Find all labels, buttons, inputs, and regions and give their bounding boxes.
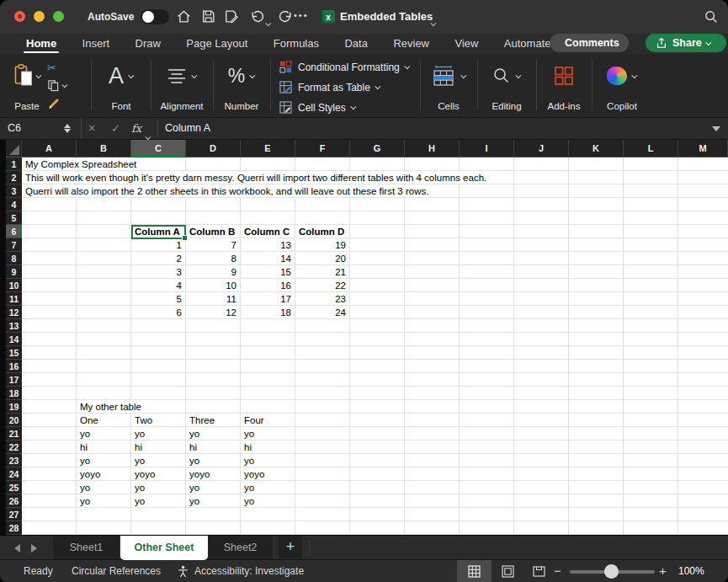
- search-icon[interactable]: [704, 9, 719, 24]
- tab-formulas[interactable]: Formulas: [274, 34, 319, 53]
- zoom-out-icon[interactable]: −: [554, 560, 561, 582]
- cell-F12[interactable]: 24: [295, 307, 346, 318]
- row-header-12[interactable]: 12: [6, 306, 22, 319]
- column-header-F[interactable]: F: [295, 140, 350, 158]
- cell-E26[interactable]: yo: [244, 495, 257, 507]
- format-as-table-button[interactable]: Format as Table: [279, 77, 417, 97]
- sheet-tab-sheet2[interactable]: Sheet2: [208, 536, 274, 560]
- cell-C23[interactable]: yo: [135, 455, 147, 467]
- row-header-4[interactable]: 4: [6, 198, 22, 211]
- font-button[interactable]: A Font: [94, 54, 148, 118]
- tab-view[interactable]: View: [454, 34, 478, 53]
- cell-E8[interactable]: 14: [241, 253, 291, 264]
- column-header-D[interactable]: D: [186, 140, 241, 158]
- more-toolbar-icon[interactable]: •••: [294, 10, 309, 20]
- confirm-entry-icon[interactable]: ✓: [111, 118, 120, 139]
- cell-F8[interactable]: 20: [295, 253, 346, 264]
- copy-button[interactable]: [47, 77, 84, 94]
- close-window-button[interactable]: [14, 11, 25, 22]
- cell-F7[interactable]: 19: [295, 239, 346, 251]
- zoom-window-button[interactable]: [53, 11, 64, 22]
- paste-button[interactable]: Paste: [7, 54, 47, 118]
- row-header-15[interactable]: 15: [6, 346, 22, 360]
- cell-C25[interactable]: yo: [135, 482, 147, 494]
- column-header-C[interactable]: C: [131, 140, 186, 158]
- save-icon[interactable]: [200, 8, 216, 24]
- row-header-23[interactable]: 23: [6, 454, 22, 467]
- home-icon[interactable]: [176, 8, 192, 24]
- alignment-button[interactable]: Alignment: [154, 54, 210, 118]
- cell-C26[interactable]: yo: [135, 495, 147, 507]
- cell-B23[interactable]: yo: [80, 455, 93, 467]
- sheet-tab-other-sheet[interactable]: Other Sheet: [120, 536, 208, 560]
- number-button[interactable]: % Number: [215, 54, 268, 118]
- cell-C20[interactable]: Two: [135, 414, 155, 426]
- cell-D6[interactable]: Column B: [189, 226, 237, 238]
- tab-page-layout[interactable]: Page Layout: [186, 34, 247, 53]
- row-header-19[interactable]: 19: [6, 400, 22, 414]
- cell-C24[interactable]: yoyo: [135, 468, 157, 480]
- row-header-17[interactable]: 17: [6, 373, 22, 387]
- cell-D22[interactable]: hi: [189, 441, 199, 453]
- cell-D12[interactable]: 12: [186, 307, 236, 318]
- column-header-J[interactable]: J: [514, 140, 569, 158]
- cell-E20[interactable]: Four: [244, 414, 267, 426]
- column-header-H[interactable]: H: [405, 140, 460, 158]
- cell-E22[interactable]: hi: [244, 441, 254, 453]
- page-break-view-button[interactable]: [526, 560, 551, 582]
- cell-styles-button[interactable]: Cell Styles: [279, 98, 417, 117]
- tab-insert[interactable]: Insert: [82, 34, 110, 53]
- cell-D8[interactable]: 8: [186, 253, 236, 264]
- zoom-slider-handle[interactable]: [604, 564, 619, 579]
- row-header-11[interactable]: 11: [6, 292, 22, 306]
- tab-data[interactable]: Data: [344, 34, 367, 53]
- row-header-13[interactable]: 13: [6, 319, 22, 333]
- cell-D9[interactable]: 9: [186, 266, 236, 278]
- add-sheet-button[interactable]: +: [279, 536, 302, 558]
- row-header-10[interactable]: 10: [6, 279, 22, 292]
- row-header-26[interactable]: 26: [6, 494, 22, 508]
- comments-button[interactable]: Comments: [550, 34, 629, 52]
- redo-icon[interactable]: [278, 8, 294, 24]
- row-header-1[interactable]: 1: [6, 158, 22, 171]
- zoom-in-icon[interactable]: +: [659, 560, 667, 582]
- row-header-9[interactable]: 9: [6, 265, 22, 279]
- cell-C10[interactable]: 4: [131, 280, 182, 291]
- cell-E24[interactable]: yoyo: [244, 468, 267, 480]
- row-header-21[interactable]: 21: [6, 427, 22, 441]
- insert-function-icon[interactable]: fx: [131, 118, 141, 139]
- cell-D11[interactable]: 11: [186, 293, 236, 305]
- cancel-entry-icon[interactable]: ×: [88, 118, 95, 139]
- row-header-24[interactable]: 24: [6, 467, 22, 481]
- row-header-5[interactable]: 5: [6, 211, 22, 225]
- row-header-27[interactable]: 27: [6, 508, 22, 521]
- cell-C11[interactable]: 5: [131, 293, 182, 305]
- undo-icon[interactable]: [249, 8, 265, 24]
- document-title[interactable]: Embedded Tables: [340, 10, 433, 23]
- cells-button[interactable]: Cells: [422, 54, 475, 118]
- cell-C21[interactable]: yo: [135, 428, 147, 440]
- tab-draw[interactable]: Draw: [136, 34, 161, 53]
- cell-D21[interactable]: yo: [189, 428, 202, 440]
- share-button[interactable]: Share: [646, 34, 726, 52]
- row-header-20[interactable]: 20: [6, 414, 22, 427]
- cell-E9[interactable]: 15: [241, 266, 291, 278]
- cell-F9[interactable]: 21: [295, 266, 346, 278]
- cell-D26[interactable]: yo: [189, 495, 202, 507]
- cut-button[interactable]: ✂: [47, 59, 84, 77]
- tab-review[interactable]: Review: [393, 34, 429, 53]
- row-header-18[interactable]: 18: [6, 387, 22, 400]
- autosave-toggle[interactable]: [141, 9, 169, 24]
- cell-C7[interactable]: 1: [131, 239, 182, 251]
- save-as-icon[interactable]: [223, 8, 239, 24]
- cell-F11[interactable]: 23: [295, 293, 346, 305]
- select-all-corner[interactable]: [6, 140, 22, 158]
- row-header-14[interactable]: 14: [6, 333, 22, 346]
- row-header-22[interactable]: 22: [6, 441, 22, 454]
- formula-bar-expand-icon[interactable]: [712, 126, 720, 131]
- cell-B19[interactable]: My other table: [80, 401, 144, 413]
- row-header-6[interactable]: 6: [6, 225, 22, 238]
- cell-B22[interactable]: hi: [80, 441, 90, 453]
- cell-E7[interactable]: 13: [241, 239, 291, 251]
- column-header-M[interactable]: M: [678, 140, 728, 158]
